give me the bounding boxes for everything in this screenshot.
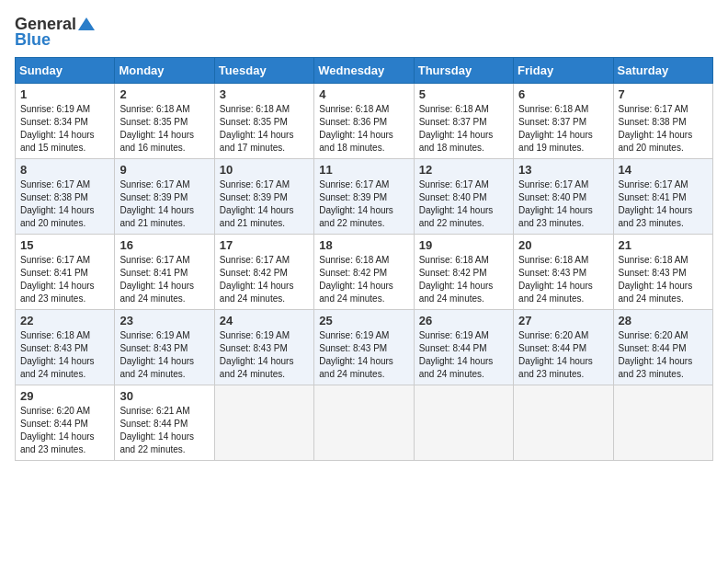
day-number: 29 xyxy=(20,389,109,403)
cell-info: Sunrise: 6:18 AMSunset: 8:35 PMDaylight:… xyxy=(220,103,309,155)
calendar-cell: 15Sunrise: 6:17 AMSunset: 8:41 PMDayligh… xyxy=(16,235,115,310)
calendar-cell: 9Sunrise: 6:17 AMSunset: 8:39 PMDaylight… xyxy=(115,159,214,235)
cell-info: Sunrise: 6:19 AMSunset: 8:43 PMDaylight:… xyxy=(319,329,408,381)
day-number: 5 xyxy=(419,87,508,101)
logo: General Blue xyxy=(15,15,95,50)
calendar-cell xyxy=(214,385,313,461)
cell-info: Sunrise: 6:18 AMSunset: 8:37 PMDaylight:… xyxy=(518,103,608,155)
day-number: 14 xyxy=(619,163,708,177)
calendar-cell: 4Sunrise: 6:18 AMSunset: 8:36 PMDaylight… xyxy=(314,84,414,159)
calendar-week-row: 1Sunrise: 6:19 AMSunset: 8:34 PMDaylight… xyxy=(16,84,713,159)
calendar-cell: 28Sunrise: 6:20 AMSunset: 8:44 PMDayligh… xyxy=(613,310,712,385)
day-number: 9 xyxy=(119,163,209,177)
logo-icon xyxy=(78,16,95,32)
weekday-header-saturday: Saturday xyxy=(613,58,712,84)
calendar-cell: 2Sunrise: 6:18 AMSunset: 8:35 PMDaylight… xyxy=(115,84,214,159)
calendar-cell: 21Sunrise: 6:18 AMSunset: 8:43 PMDayligh… xyxy=(613,235,712,310)
day-number: 10 xyxy=(220,163,309,177)
cell-info: Sunrise: 6:17 AMSunset: 8:41 PMDaylight:… xyxy=(619,178,708,230)
cell-info: Sunrise: 6:17 AMSunset: 8:39 PMDaylight:… xyxy=(319,178,408,230)
calendar-cell: 19Sunrise: 6:18 AMSunset: 8:42 PMDayligh… xyxy=(414,235,513,310)
day-number: 11 xyxy=(319,163,408,177)
svg-marker-0 xyxy=(78,17,95,30)
day-number: 21 xyxy=(619,238,708,252)
calendar-cell: 29Sunrise: 6:20 AMSunset: 8:44 PMDayligh… xyxy=(16,385,115,461)
weekday-header-friday: Friday xyxy=(514,58,613,84)
day-number: 16 xyxy=(119,238,209,252)
cell-info: Sunrise: 6:17 AMSunset: 8:40 PMDaylight:… xyxy=(518,178,608,230)
day-number: 17 xyxy=(220,238,309,252)
calendar-cell: 23Sunrise: 6:19 AMSunset: 8:43 PMDayligh… xyxy=(115,310,214,385)
day-number: 23 xyxy=(119,314,209,327)
day-number: 13 xyxy=(518,163,608,177)
calendar-cell: 27Sunrise: 6:20 AMSunset: 8:44 PMDayligh… xyxy=(514,310,613,385)
calendar-cell: 13Sunrise: 6:17 AMSunset: 8:40 PMDayligh… xyxy=(514,159,613,235)
cell-info: Sunrise: 6:18 AMSunset: 8:42 PMDaylight:… xyxy=(419,254,508,305)
calendar-cell: 14Sunrise: 6:17 AMSunset: 8:41 PMDayligh… xyxy=(613,159,712,235)
cell-info: Sunrise: 6:17 AMSunset: 8:39 PMDaylight:… xyxy=(220,178,309,230)
cell-info: Sunrise: 6:20 AMSunset: 8:44 PMDaylight:… xyxy=(518,329,608,381)
weekday-header-thursday: Thursday xyxy=(414,58,513,84)
cell-info: Sunrise: 6:19 AMSunset: 8:44 PMDaylight:… xyxy=(419,329,508,381)
day-number: 26 xyxy=(419,314,508,327)
day-number: 30 xyxy=(119,389,209,403)
cell-info: Sunrise: 6:18 AMSunset: 8:36 PMDaylight:… xyxy=(319,103,408,155)
cell-info: Sunrise: 6:17 AMSunset: 8:38 PMDaylight:… xyxy=(619,103,708,155)
day-number: 12 xyxy=(419,163,508,177)
page-header: General Blue xyxy=(15,15,713,50)
cell-info: Sunrise: 6:20 AMSunset: 8:44 PMDaylight:… xyxy=(20,405,109,456)
day-number: 1 xyxy=(20,87,109,101)
calendar-cell: 18Sunrise: 6:18 AMSunset: 8:42 PMDayligh… xyxy=(314,235,414,310)
cell-info: Sunrise: 6:18 AMSunset: 8:37 PMDaylight:… xyxy=(419,103,508,155)
day-number: 8 xyxy=(20,163,109,177)
cell-info: Sunrise: 6:17 AMSunset: 8:41 PMDaylight:… xyxy=(20,254,109,305)
calendar-cell: 8Sunrise: 6:17 AMSunset: 8:38 PMDaylight… xyxy=(16,159,115,235)
cell-info: Sunrise: 6:19 AMSunset: 8:34 PMDaylight:… xyxy=(20,103,109,155)
day-number: 6 xyxy=(518,87,608,101)
weekday-header-wednesday: Wednesday xyxy=(314,58,414,84)
day-number: 20 xyxy=(518,238,608,252)
calendar-cell: 16Sunrise: 6:17 AMSunset: 8:41 PMDayligh… xyxy=(115,235,214,310)
cell-info: Sunrise: 6:18 AMSunset: 8:43 PMDaylight:… xyxy=(20,329,109,381)
day-number: 3 xyxy=(220,87,309,101)
calendar-cell: 30Sunrise: 6:21 AMSunset: 8:44 PMDayligh… xyxy=(115,385,214,461)
calendar-cell: 3Sunrise: 6:18 AMSunset: 8:35 PMDaylight… xyxy=(214,84,313,159)
calendar-week-row: 22Sunrise: 6:18 AMSunset: 8:43 PMDayligh… xyxy=(16,310,713,385)
day-number: 7 xyxy=(619,87,708,101)
calendar-cell: 11Sunrise: 6:17 AMSunset: 8:39 PMDayligh… xyxy=(314,159,414,235)
calendar-cell xyxy=(514,385,613,461)
day-number: 15 xyxy=(20,238,109,252)
day-number: 2 xyxy=(119,87,209,101)
calendar-cell: 5Sunrise: 6:18 AMSunset: 8:37 PMDaylight… xyxy=(414,84,513,159)
calendar-table: SundayMondayTuesdayWednesdayThursdayFrid… xyxy=(15,57,713,461)
cell-info: Sunrise: 6:19 AMSunset: 8:43 PMDaylight:… xyxy=(119,329,209,381)
weekday-header-tuesday: Tuesday xyxy=(214,58,313,84)
weekday-header-monday: Monday xyxy=(115,58,214,84)
calendar-cell xyxy=(314,385,414,461)
day-number: 18 xyxy=(319,238,408,252)
cell-info: Sunrise: 6:17 AMSunset: 8:39 PMDaylight:… xyxy=(119,178,209,230)
cell-info: Sunrise: 6:18 AMSunset: 8:43 PMDaylight:… xyxy=(619,254,708,305)
calendar-cell: 1Sunrise: 6:19 AMSunset: 8:34 PMDaylight… xyxy=(16,84,115,159)
calendar-cell: 25Sunrise: 6:19 AMSunset: 8:43 PMDayligh… xyxy=(314,310,414,385)
day-number: 24 xyxy=(220,314,309,327)
cell-info: Sunrise: 6:17 AMSunset: 8:38 PMDaylight:… xyxy=(20,178,109,230)
calendar-week-row: 29Sunrise: 6:20 AMSunset: 8:44 PMDayligh… xyxy=(16,385,713,461)
calendar-cell: 24Sunrise: 6:19 AMSunset: 8:43 PMDayligh… xyxy=(214,310,313,385)
calendar-cell: 12Sunrise: 6:17 AMSunset: 8:40 PMDayligh… xyxy=(414,159,513,235)
calendar-week-row: 15Sunrise: 6:17 AMSunset: 8:41 PMDayligh… xyxy=(16,235,713,310)
calendar-cell: 22Sunrise: 6:18 AMSunset: 8:43 PMDayligh… xyxy=(16,310,115,385)
logo-blue: Blue xyxy=(15,30,51,50)
calendar-cell xyxy=(414,385,513,461)
calendar-cell: 20Sunrise: 6:18 AMSunset: 8:43 PMDayligh… xyxy=(514,235,613,310)
day-number: 25 xyxy=(319,314,408,327)
day-number: 19 xyxy=(419,238,508,252)
cell-info: Sunrise: 6:19 AMSunset: 8:43 PMDaylight:… xyxy=(220,329,309,381)
calendar-header-row: SundayMondayTuesdayWednesdayThursdayFrid… xyxy=(16,58,713,84)
cell-info: Sunrise: 6:21 AMSunset: 8:44 PMDaylight:… xyxy=(119,405,209,456)
calendar-cell: 26Sunrise: 6:19 AMSunset: 8:44 PMDayligh… xyxy=(414,310,513,385)
day-number: 22 xyxy=(20,314,109,327)
cell-info: Sunrise: 6:17 AMSunset: 8:42 PMDaylight:… xyxy=(220,254,309,305)
calendar-cell xyxy=(613,385,712,461)
calendar-cell: 17Sunrise: 6:17 AMSunset: 8:42 PMDayligh… xyxy=(214,235,313,310)
